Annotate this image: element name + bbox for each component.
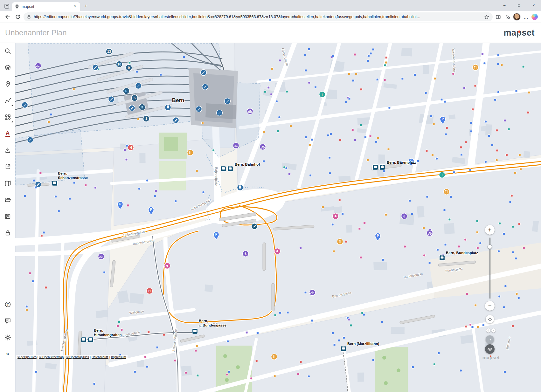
tilt-buttons (486, 328, 496, 333)
svg-text:9: 9 (128, 66, 130, 70)
tilt-left-button[interactable] (486, 328, 490, 333)
svg-text:Bern,: Bern, (58, 171, 67, 175)
svg-text:13: 13 (107, 50, 111, 53)
browser-window: mapset × + – □ × https://editor.mapset.i… (0, 0, 541, 392)
visibility-button[interactable] (485, 344, 495, 354)
svg-text:i: i (442, 173, 443, 177)
minimize-button[interactable]: – (497, 0, 512, 11)
attribution-link[interactable]: © OpenMapTiles (66, 355, 89, 359)
tab-actions-icon[interactable] (2, 2, 11, 10)
download-button[interactable] (1, 143, 15, 157)
minimap-button[interactable] (1, 176, 15, 190)
watermark-dot (490, 355, 492, 357)
svg-text:H: H (129, 146, 132, 149)
map-attribution: © geOps Tiles|© OpenStreetMap|© OpenMapT… (16, 355, 128, 359)
refresh-icon (15, 14, 21, 20)
svg-text:Hirschengraben: Hirschengraben (94, 333, 122, 337)
svg-text:€: € (403, 215, 405, 218)
tool-sidebar: A ? (0, 43, 15, 392)
text-tool-button[interactable]: A (1, 127, 15, 141)
svg-text:6: 6 (125, 89, 127, 93)
svg-text:?: ? (6, 302, 9, 306)
chevron-left-icon (487, 329, 489, 332)
attribution-link[interactable]: © OpenStreetMap (39, 355, 64, 359)
svg-text:P: P (215, 233, 218, 236)
recenter-button[interactable] (486, 315, 494, 323)
download-icon (4, 147, 11, 154)
browser-tab[interactable]: mapset × (12, 2, 80, 11)
location-arrow-icon (488, 337, 492, 342)
open-plan-button[interactable] (1, 193, 15, 207)
profile-avatar[interactable] (513, 13, 521, 21)
add-stop-button[interactable] (1, 77, 15, 91)
search-tool-button[interactable] (1, 44, 15, 58)
draw-line-button[interactable] (1, 93, 15, 107)
svg-text:Bern: Bern (172, 97, 184, 103)
settings-button[interactable] (1, 330, 15, 344)
collapse-sidebar-button[interactable]: » (1, 347, 15, 361)
back-icon (4, 14, 11, 20)
mapset-logo-text: mapset (503, 28, 535, 38)
lock-plan-button[interactable] (1, 226, 15, 240)
symbols-button[interactable] (1, 110, 15, 124)
svg-text:Bern, Bärenplatz: Bern, Bärenplatz (387, 161, 416, 164)
attribution-link[interactable]: Impressum (111, 355, 126, 359)
window-controls: – □ × (497, 0, 541, 11)
attribution-link[interactable]: Datenschutz (92, 355, 108, 359)
close-button[interactable]: × (526, 0, 541, 11)
zoom-out-button[interactable]: − (485, 301, 495, 311)
svg-text:Bern (Marzilibahn): Bern (Marzilibahn) (347, 342, 379, 346)
svg-text:€: € (245, 252, 246, 256)
url-field[interactable]: https://editor.mapset.io/?baselayer=worl… (24, 12, 493, 21)
svg-text:Bahnhofplatz: Bahnhofplatz (214, 167, 218, 186)
map-container: i i H H € € P P P P P P (15, 43, 541, 392)
plan-title[interactable]: Unbenannter Plan (5, 28, 66, 37)
bookmark-star-icon[interactable] (484, 14, 489, 20)
save-icon (4, 213, 11, 220)
zoom-slider-handle[interactable] (488, 244, 492, 249)
svg-text:P: P (150, 208, 152, 211)
help-button[interactable]: ? (1, 297, 15, 311)
flyout-indicator (11, 121, 13, 122)
app-header: Unbenannter Plan mapset (0, 23, 541, 43)
tab-close-button[interactable]: × (73, 4, 78, 9)
share-icon (4, 163, 11, 170)
crosshair-icon (488, 317, 492, 322)
zoom-in-button[interactable]: + (485, 225, 495, 235)
help-icon: ? (4, 301, 11, 308)
tilt-right-button[interactable] (491, 328, 496, 333)
svg-text:i: i (322, 93, 323, 96)
copilot-icon[interactable] (531, 14, 538, 20)
browser-addressbar: https://editor.mapset.io/?baselayer=worl… (0, 11, 541, 23)
svg-text:H: H (148, 289, 150, 293)
feedback-button[interactable] (1, 314, 15, 328)
geolocate-button[interactable] (486, 335, 494, 344)
export-share-button[interactable] (1, 160, 15, 174)
map-canvas[interactable]: i i H H € € P P P P P P (15, 43, 541, 392)
svg-text:Bern,: Bern, (94, 328, 103, 332)
tab-favicon (15, 4, 19, 9)
svg-text:3: 3 (141, 105, 143, 109)
favorites-icon (505, 14, 510, 20)
flyout-indicator (11, 104, 13, 106)
lock-icon (4, 230, 11, 236)
url-text: https://editor.mapset.io/?baselayer=worl… (34, 15, 482, 19)
logo-dot (518, 31, 520, 33)
maximize-button[interactable]: □ (512, 0, 526, 11)
back-button[interactable] (3, 12, 12, 21)
svg-text:P: P (119, 203, 121, 206)
svg-text:Bern, Bundesplatz: Bern, Bundesplatz (446, 251, 478, 255)
background-layers-button[interactable] (1, 60, 15, 74)
browser-tabstrip: mapset × + – □ × (0, 0, 541, 11)
favorites-bar-button[interactable] (503, 13, 512, 21)
refresh-button[interactable] (13, 12, 22, 21)
split-screen-button[interactable] (494, 13, 502, 21)
svg-text:Schanzenstrasse: Schanzenstrasse (58, 176, 88, 180)
site-info-icon (27, 15, 31, 19)
new-tab-button[interactable]: + (81, 2, 90, 10)
attribution-link[interactable]: © geOps Tiles (17, 355, 37, 359)
zoom-slider[interactable] (489, 237, 491, 299)
save-button[interactable] (1, 209, 15, 223)
browser-menu-button[interactable]: … (522, 13, 530, 21)
tab-title: mapset (22, 4, 70, 9)
